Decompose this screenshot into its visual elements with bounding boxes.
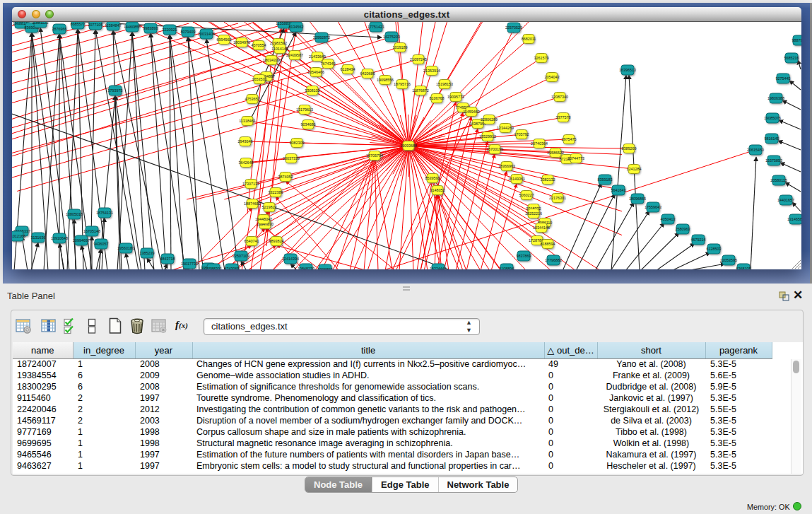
svg-text:16705148: 16705148 (83, 229, 100, 233)
svg-text:11459463: 11459463 (463, 110, 480, 114)
svg-text:13146585: 13146585 (787, 217, 801, 221)
svg-text:2054043: 2054043 (545, 75, 560, 79)
svg-text:1241284: 1241284 (627, 167, 642, 171)
svg-text:22992872: 22992872 (313, 35, 330, 40)
svg-text:19098556: 19098556 (377, 78, 394, 82)
svg-text:11584847: 11584847 (105, 23, 122, 28)
svg-text:16224441: 16224441 (430, 267, 447, 269)
svg-text:21012166: 21012166 (12, 234, 25, 238)
svg-text:5060227: 5060227 (519, 193, 534, 197)
svg-text:9887903: 9887903 (792, 38, 802, 42)
svg-text:8134562: 8134562 (289, 25, 304, 29)
svg-text:4743069: 4743069 (225, 267, 240, 269)
svg-text:4570554: 4570554 (252, 43, 266, 47)
svg-text:19093688: 19093688 (400, 144, 417, 148)
svg-text:3261579: 3261579 (534, 56, 549, 60)
svg-text:9436057: 9436057 (94, 242, 109, 246)
svg-text:1653531: 1653531 (252, 77, 267, 81)
svg-text:21353914: 21353914 (423, 69, 440, 73)
svg-text:3377578: 3377578 (556, 115, 571, 119)
svg-text:12087340: 12087340 (551, 95, 568, 99)
svg-text:19017734: 19017734 (181, 262, 198, 266)
svg-text:11318461: 11318461 (239, 119, 256, 123)
svg-text:13546466: 13546466 (307, 70, 324, 74)
svg-text:16149361: 16149361 (508, 177, 525, 181)
svg-text:22570529: 22570529 (505, 25, 522, 30)
svg-text:17796882: 17796882 (545, 258, 562, 262)
svg-text:8359183: 8359183 (598, 177, 613, 182)
svg-text:3382132: 3382132 (541, 177, 555, 182)
svg-text:18096865: 18096865 (629, 197, 646, 201)
svg-text:18795716: 18795716 (394, 82, 411, 86)
svg-text:2580963: 2580963 (676, 227, 690, 231)
svg-text:4843718: 4843718 (160, 257, 175, 261)
svg-text:5219822: 5219822 (262, 205, 277, 209)
svg-text:21097245: 21097245 (410, 57, 427, 62)
svg-text:17307133: 17307133 (242, 182, 259, 186)
svg-text:12344269: 12344269 (497, 126, 514, 130)
svg-text:18754131: 18754131 (96, 211, 113, 215)
svg-text:4753657: 4753657 (245, 97, 260, 101)
svg-text:14401657: 14401657 (777, 198, 794, 202)
svg-text:9034686: 9034686 (301, 122, 316, 127)
svg-text:6420686: 6420686 (360, 71, 375, 76)
svg-text:13910648: 13910648 (51, 236, 68, 240)
svg-text:21433649: 21433649 (309, 54, 326, 59)
svg-text:3220921: 3220921 (163, 28, 177, 32)
svg-text:5685216: 5685216 (784, 56, 799, 60)
svg-text:6994562: 6994562 (217, 37, 232, 42)
svg-text:6368105: 6368105 (736, 267, 751, 269)
svg-text:19563180: 19563180 (117, 246, 134, 250)
svg-text:9837869: 9837869 (517, 254, 531, 258)
svg-text:8682011: 8682011 (522, 37, 536, 41)
svg-text:18874652: 18874652 (244, 201, 261, 206)
svg-text:22053595: 22053595 (720, 258, 737, 262)
svg-text:15588301: 15588301 (205, 267, 222, 269)
svg-text:22176301: 22176301 (549, 196, 566, 200)
svg-text:18034970: 18034970 (233, 40, 250, 45)
svg-text:9275445: 9275445 (776, 76, 791, 81)
svg-text:13529912: 13529912 (479, 134, 496, 139)
svg-text:22806289: 22806289 (481, 117, 498, 122)
svg-text:16396513: 16396513 (619, 68, 636, 72)
svg-text:20037339: 20037339 (283, 156, 300, 160)
svg-text:5308102: 5308102 (305, 88, 320, 93)
svg-text:8079409: 8079409 (181, 30, 196, 34)
svg-text:5793975: 5793975 (108, 88, 123, 93)
svg-text:3148352: 3148352 (430, 188, 445, 192)
svg-text:18252216: 18252216 (525, 211, 542, 216)
svg-text:22439587: 22439587 (286, 53, 303, 57)
svg-text:11876872: 11876872 (412, 88, 429, 93)
svg-text:2975475: 2975475 (562, 137, 577, 141)
svg-text:18366963: 18366963 (498, 164, 515, 168)
svg-text:11881122: 11881122 (32, 22, 48, 25)
svg-text:15375853: 15375853 (765, 158, 782, 163)
svg-text:18705794: 18705794 (366, 153, 383, 158)
svg-text:11014145: 11014145 (271, 47, 288, 51)
svg-text:9893824: 9893824 (269, 239, 284, 243)
svg-text:6540741: 6540741 (245, 239, 259, 243)
svg-text:1019189: 1019189 (393, 45, 408, 49)
svg-text:8106768: 8106768 (430, 96, 445, 100)
svg-text:8539591: 8539591 (425, 176, 440, 180)
svg-text:7674349: 7674349 (321, 62, 336, 66)
svg-text:14460856: 14460856 (124, 25, 141, 29)
svg-text:19095773: 19095773 (447, 95, 464, 99)
svg-text:2077105: 2077105 (88, 23, 103, 27)
svg-text:9983893: 9983893 (143, 26, 158, 30)
svg-text:4050413: 4050413 (661, 217, 676, 221)
svg-text:17559643: 17559643 (645, 205, 661, 209)
svg-text:13805018: 13805018 (66, 212, 83, 216)
svg-text:19448347: 19448347 (255, 217, 272, 221)
svg-text:8188594: 8188594 (541, 242, 555, 246)
svg-text:17751421: 17751421 (367, 25, 384, 29)
svg-text:3874052: 3874052 (278, 175, 293, 179)
svg-text:5641643: 5641643 (611, 188, 626, 192)
svg-text:9082309: 9082309 (290, 141, 305, 145)
svg-text:20740364: 20740364 (531, 141, 548, 146)
svg-text:22507109: 22507109 (233, 254, 249, 258)
svg-text:20615450: 20615450 (747, 148, 764, 152)
svg-text:12414394: 12414394 (282, 257, 299, 261)
svg-text:1705792: 1705792 (514, 132, 529, 136)
svg-text:6128434: 6128434 (341, 67, 355, 71)
